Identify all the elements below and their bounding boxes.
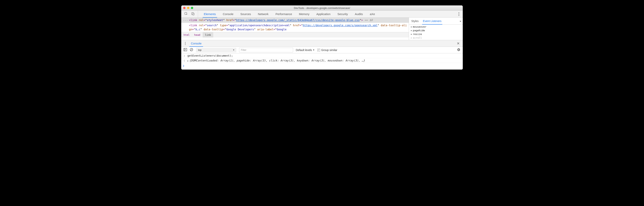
elements-sidebar: Styles Event Listeners » ▶mouseover ▶pag… <box>409 18 463 40</box>
panel-tabs: Elements Console Sources Network Perform… <box>198 11 455 17</box>
event-listeners-list: ▶mouseover ▶pagehide ▶resize ▶scroll <box>409 25 463 40</box>
dom-tree: ... <link rel="stylesheet" href="https:/… <box>181 18 409 40</box>
console-toolbar: top ▼ Filter Default levels ▼ ✓ Group si… <box>181 47 463 53</box>
clear-console-icon[interactable] <box>190 48 193 52</box>
tab-security[interactable]: Security <box>334 11 351 17</box>
console-messages: ❯ getEventListeners(document); ❯ ▶{DOMCo… <box>181 53 463 70</box>
elements-panel: ... <link rel="stylesheet" href="https:/… <box>181 18 463 40</box>
console-settings-icon[interactable] <box>457 48 460 52</box>
drawer-tab-console[interactable]: Console <box>189 40 203 47</box>
log-level-select[interactable]: Default levels ▼ <box>296 49 315 52</box>
breadcrumb-head[interactable]: head <box>192 32 202 38</box>
output-chevron-icon: ❯ <box>183 59 186 62</box>
sidebar-more-icon[interactable]: » <box>460 20 461 23</box>
listener-resize[interactable]: ▶resize <box>409 32 463 36</box>
listener-mouseover[interactable]: ▶mouseover <box>409 25 463 29</box>
drawer-menu-icon[interactable] <box>181 42 189 45</box>
console-output[interactable]: ❯ ▶{DOMContentLoaded: Array(1), pagehide… <box>181 58 463 63</box>
sidebar-tab-event-listeners[interactable]: Event Listeners <box>422 18 442 24</box>
chevron-down-icon: ▼ <box>233 49 235 51</box>
device-toggle-icon[interactable] <box>191 12 195 16</box>
svg-point-8 <box>185 44 186 45</box>
tab-elements[interactable]: Elements <box>200 11 220 17</box>
inspect-element-icon[interactable] <box>184 12 188 16</box>
checkbox-icon: ✓ <box>317 49 320 51</box>
listener-pagehide[interactable]: ▶pagehide <box>409 29 463 32</box>
selected-indicator: == $0 <box>363 19 373 22</box>
devtools-window: DevTools - developers.google.com/web/sho… <box>181 6 463 70</box>
input-chevron-icon: ❯ <box>183 54 186 57</box>
listener-scroll[interactable]: ▶scroll <box>409 36 463 40</box>
svg-point-3 <box>458 12 459 13</box>
triangle-icon: ▶ <box>411 29 412 32</box>
svg-rect-2 <box>193 13 194 15</box>
titlebar: DevTools - developers.google.com/web/sho… <box>181 6 463 11</box>
console-sidebar-toggle-icon[interactable] <box>184 48 187 52</box>
sidebar-tab-styles[interactable]: Styles <box>410 18 419 24</box>
window-title: DevTools - developers.google.com/web/sho… <box>181 7 463 10</box>
sidebar-tabs: Styles Event Listeners » <box>409 18 463 25</box>
main-menu-icon[interactable] <box>455 11 463 17</box>
svg-point-7 <box>185 43 186 44</box>
svg-point-6 <box>185 42 186 43</box>
chevron-down-icon: ▼ <box>313 49 315 51</box>
svg-line-13 <box>190 49 192 51</box>
svg-marker-11 <box>185 49 186 50</box>
tab-memory[interactable]: Memory <box>296 11 313 17</box>
execution-context-select[interactable]: top ▼ <box>196 48 236 52</box>
drawer-close-icon[interactable]: ✕ <box>454 41 463 46</box>
breadcrumb-link[interactable]: link <box>203 32 213 38</box>
expand-triangle-icon[interactable]: ▶ <box>188 60 188 62</box>
minimize-icon[interactable] <box>187 7 189 9</box>
console-input-echo[interactable]: ❯ getEventListeners(document); <box>181 53 463 58</box>
drawer-header: Console ✕ <box>181 40 463 47</box>
href-link[interactable]: https://developers.google.com/_static/64… <box>236 19 360 22</box>
dom-node-content: <link rel="stylesheet" href="https://dev… <box>189 18 409 22</box>
maximize-icon[interactable] <box>191 7 193 9</box>
console-prompt[interactable]: ❯ <box>181 63 463 70</box>
triangle-icon: ▶ <box>411 37 412 39</box>
tab-axe[interactable]: aXe <box>366 11 378 17</box>
tab-audits[interactable]: Audits <box>351 11 366 17</box>
console-filter-input[interactable]: Filter <box>239 48 293 52</box>
dom-node-content: <link rel="search" type="application/ope… <box>189 23 409 32</box>
href-link[interactable]: https://developers.google.com/s/opensear… <box>303 24 378 27</box>
tab-application[interactable]: Application <box>313 11 334 17</box>
main-tabbar: Elements Console Sources Network Perform… <box>181 11 463 18</box>
triangle-icon: ▶ <box>411 26 412 28</box>
breadcrumb-html[interactable]: html <box>181 32 192 38</box>
close-icon[interactable] <box>183 7 186 9</box>
tab-performance[interactable]: Performance <box>272 11 296 17</box>
gutter-ellipsis[interactable]: ... <box>182 18 189 22</box>
traffic-lights <box>183 7 193 9</box>
tab-network[interactable]: Network <box>254 11 272 17</box>
breadcrumb: html head link <box>181 32 409 38</box>
dom-node[interactable]: <link rel="search" type="application/ope… <box>181 23 409 32</box>
svg-point-5 <box>458 15 459 16</box>
dom-node-selected[interactable]: ... <link rel="stylesheet" href="https:/… <box>181 18 409 23</box>
group-similar-toggle[interactable]: ✓ Group similar <box>317 49 337 52</box>
svg-point-4 <box>458 14 459 15</box>
tab-console[interactable]: Console <box>220 11 237 17</box>
triangle-icon: ▶ <box>411 33 412 35</box>
tab-sources[interactable]: Sources <box>237 11 254 17</box>
